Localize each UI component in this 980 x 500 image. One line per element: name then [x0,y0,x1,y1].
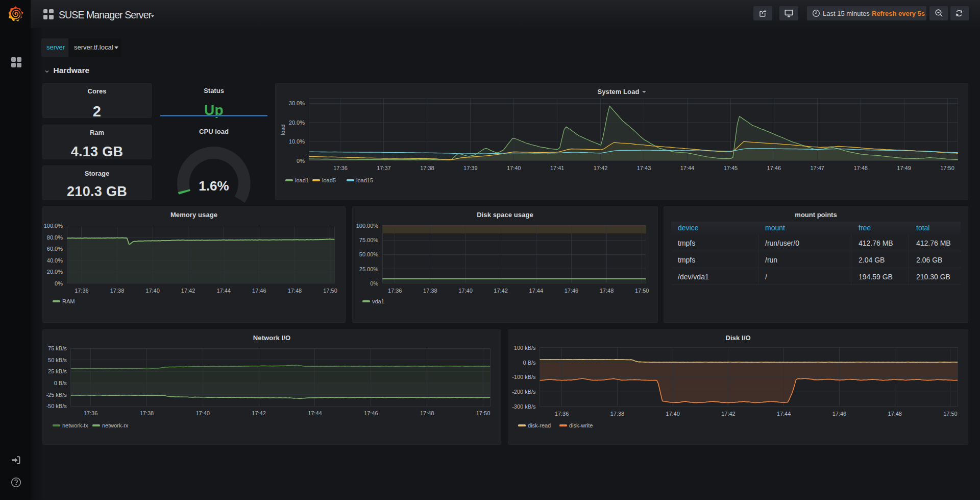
svg-text:17:36: 17:36 [333,165,348,171]
svg-text:17:50: 17:50 [323,288,337,294]
svg-text:17:36: 17:36 [555,411,569,417]
svg-text:17:48: 17:48 [420,410,434,416]
svg-text:load1: load1 [295,177,309,183]
svg-text:75.00%: 75.00% [359,237,379,243]
svg-text:17:45: 17:45 [724,165,738,171]
svg-text:10.0%: 10.0% [289,138,305,145]
svg-text:17:43: 17:43 [637,165,651,171]
svg-text:17:38: 17:38 [423,288,437,294]
svg-text:17:46: 17:46 [832,411,847,417]
svg-text:RAM: RAM [62,298,75,304]
svg-text:17:46: 17:46 [364,410,378,416]
svg-text:0 B/s: 0 B/s [523,360,536,366]
svg-text:17:44: 17:44 [529,288,544,294]
svg-text:17:39: 17:39 [463,165,478,171]
svg-text:17:46: 17:46 [767,165,781,171]
svg-text:-50 kB/s: -50 kB/s [46,403,67,409]
svg-text:17:48: 17:48 [853,165,868,171]
svg-text:17:44: 17:44 [308,410,322,416]
svg-text:-25 kB/s: -25 kB/s [46,392,67,398]
svg-text:20.0%: 20.0% [289,120,305,126]
svg-text:17:40: 17:40 [507,165,521,171]
svg-text:30.0%: 30.0% [289,100,305,106]
svg-text:17:50: 17:50 [635,288,649,294]
svg-text:17:38: 17:38 [610,411,625,417]
svg-text:17:42: 17:42 [721,411,736,417]
svg-text:load5: load5 [322,177,336,183]
svg-text:17:40: 17:40 [666,411,680,417]
svg-text:100.0%: 100.0% [44,223,63,229]
svg-text:17:36: 17:36 [84,410,98,416]
svg-text:100 kB/s: 100 kB/s [514,345,536,351]
svg-text:17:44: 17:44 [216,288,231,294]
svg-text:17:48: 17:48 [888,411,902,417]
svg-text:17:48: 17:48 [288,288,302,294]
svg-text:17:41: 17:41 [550,165,565,171]
svg-text:0%: 0% [55,280,63,287]
svg-text:load15: load15 [356,177,373,183]
svg-text:17:40: 17:40 [195,410,210,416]
svg-text:network-rx: network-rx [102,422,129,428]
svg-text:17:42: 17:42 [252,410,266,416]
svg-text:50.00%: 50.00% [359,251,379,257]
svg-text:60.0%: 60.0% [47,246,63,252]
svg-text:17:50: 17:50 [940,165,954,171]
svg-text:17:50: 17:50 [943,411,958,417]
svg-text:0%: 0% [297,158,305,164]
svg-text:100.00%: 100.00% [356,223,379,229]
svg-text:17:40: 17:40 [458,288,473,294]
svg-text:80.0%: 80.0% [47,234,63,241]
svg-text:17:46: 17:46 [565,288,579,294]
svg-text:20.0%: 20.0% [47,269,63,275]
svg-text:17:46: 17:46 [252,288,266,294]
svg-text:17:44: 17:44 [680,165,695,171]
svg-text:17:36: 17:36 [75,288,89,294]
svg-text:75 kB/s: 75 kB/s [48,345,67,351]
svg-text:17:37: 17:37 [377,165,391,171]
svg-text:0 B/s: 0 B/s [54,380,67,386]
svg-text:17:49: 17:49 [897,165,911,171]
svg-text:-200 kB/s: -200 kB/s [512,389,536,395]
svg-text:17:40: 17:40 [145,288,160,294]
svg-text:17:44: 17:44 [777,411,791,417]
svg-text:40.0%: 40.0% [47,257,63,264]
svg-text:17:38: 17:38 [140,410,154,416]
svg-text:-300 kB/s: -300 kB/s [512,403,536,410]
svg-text:network-tx: network-tx [62,422,88,428]
svg-text:17:42: 17:42 [494,288,508,294]
svg-text:disk-read: disk-read [528,422,551,428]
svg-text:17:47: 17:47 [810,165,824,171]
svg-text:17:48: 17:48 [600,288,614,294]
svg-text:-100 kB/s: -100 kB/s [512,374,536,380]
svg-text:25.00%: 25.00% [359,266,379,272]
svg-text:17:50: 17:50 [476,410,491,416]
svg-text:vda1: vda1 [372,298,384,304]
svg-text:disk-write: disk-write [569,422,593,428]
svg-text:0%: 0% [370,280,378,287]
svg-text:17:38: 17:38 [420,165,434,171]
svg-text:17:42: 17:42 [594,165,608,171]
svg-text:17:38: 17:38 [110,288,125,294]
svg-text:load: load [280,125,286,135]
svg-text:25 kB/s: 25 kB/s [48,368,67,374]
svg-text:17:36: 17:36 [388,288,402,294]
svg-text:50 kB/s: 50 kB/s [48,357,67,363]
svg-text:17:42: 17:42 [181,288,195,294]
